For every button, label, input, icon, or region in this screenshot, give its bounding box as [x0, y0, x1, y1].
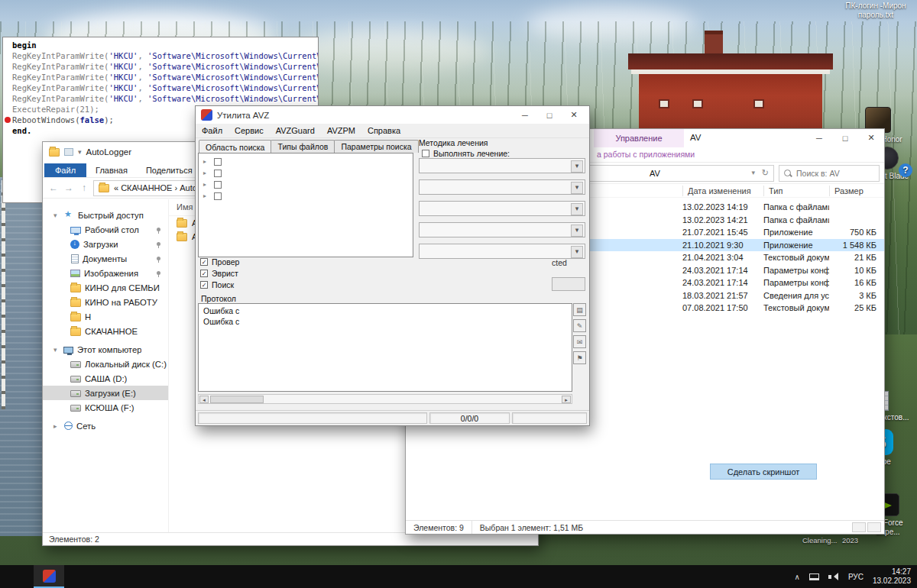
maximize-icon[interactable]: □	[832, 129, 858, 147]
checkbox-icon[interactable]	[214, 181, 222, 189]
back-icon[interactable]: ←	[47, 183, 60, 193]
minimize-icon[interactable]: ─	[806, 129, 832, 147]
scan-option-checkbox[interactable]: ✓Эврист	[200, 267, 353, 279]
desktop-icon-password-txt[interactable]: ПК-логин -Мирон пароль.txt	[836, 2, 915, 20]
avz-tab[interactable]: Типы файлов	[271, 140, 335, 153]
sidebar-item[interactable]: Н	[43, 309, 168, 324]
column-header-date[interactable]: Дата изменения	[682, 186, 763, 196]
tree-node[interactable]: ▸	[199, 179, 413, 190]
menu-item[interactable]: Сервис	[228, 126, 270, 135]
checkbox-icon[interactable]	[214, 192, 222, 200]
sidebar-item[interactable]: Изображения	[43, 266, 168, 280]
column-header-size[interactable]: Размер	[829, 186, 880, 196]
sidebar-item[interactable]: САША (D:)	[43, 371, 168, 386]
search-input[interactable]: Поиск в: AV	[779, 165, 880, 182]
tab-home[interactable]: Главная	[86, 163, 137, 177]
chevron-right-icon[interactable]: ▸	[203, 192, 209, 199]
maximize-icon[interactable]: □	[540, 106, 559, 124]
tab-share[interactable]: Поделиться	[137, 163, 202, 177]
language-indicator[interactable]: РУС	[848, 573, 864, 581]
take-screenshot-button[interactable]: Сделать скриншот	[710, 464, 817, 480]
checkbox-icon[interactable]	[214, 170, 222, 177]
sidebar-item[interactable]: КИНО на РАБОТУ	[43, 295, 168, 309]
search-area-tree[interactable]: ▸ ▸ ▸ ▸	[198, 153, 413, 257]
sidebar-item[interactable]: ▾Быстрый доступ	[43, 208, 168, 222]
quarantine-button[interactable]	[552, 277, 585, 291]
chevron-right-icon[interactable]: ▸	[203, 170, 209, 176]
avz-protocol-list[interactable]: Ошибка сОшибка с	[198, 303, 572, 392]
column-header-type[interactable]: Тип	[763, 186, 829, 196]
network-icon[interactable]	[809, 573, 819, 580]
minimize-icon[interactable]: ─	[515, 106, 535, 124]
scroll-right-icon[interactable]: ▸	[562, 396, 571, 403]
file-date: 07.08.2021 17:50	[682, 303, 763, 312]
scan-option-checkbox[interactable]: ✓Провер	[200, 256, 353, 267]
gutter	[3, 50, 12, 61]
sidebar-item[interactable]: ▾Этот компьютер	[43, 342, 168, 357]
sidebar-item[interactable]: ▸Сеть	[43, 418, 168, 433]
chevron-right-icon[interactable]: ▸	[203, 181, 209, 188]
sidebar-item[interactable]: КИНО для СЕМЬИ	[43, 280, 168, 295]
sidebar-item[interactable]: Загрузки	[43, 237, 168, 251]
tab-file[interactable]: Файл	[44, 163, 86, 177]
sidebar-item[interactable]: Загрузки (E:)	[43, 386, 168, 400]
desktop-help-badge[interactable]: ?	[897, 163, 914, 179]
treatment-dropdown[interactable]	[419, 201, 585, 216]
time: 14:27	[873, 567, 911, 577]
desktop-icon-label[interactable]: 2023	[842, 536, 858, 544]
refresh-icon[interactable]: ↻	[762, 168, 769, 178]
checkbox-icon[interactable]	[422, 150, 429, 157]
chevron-down-icon[interactable]: ▾	[78, 148, 82, 156]
breadcrumb-segment[interactable]: AV	[650, 169, 660, 178]
treatment-dropdown[interactable]	[419, 244, 585, 259]
chevron-down-icon[interactable]: ▾	[751, 169, 755, 176]
treatment-dropdown[interactable]	[419, 179, 585, 195]
sidebar-item[interactable]: Рабочий стол	[43, 222, 168, 237]
sidebar-item[interactable]: СКАЧАННОЕ	[43, 324, 168, 338]
flag-icon[interactable]: ⚑	[573, 351, 586, 364]
pin-icon	[157, 271, 160, 275]
edit-icon[interactable]: ✎	[573, 319, 586, 332]
close-icon[interactable]: ✕	[564, 106, 584, 124]
tree-node[interactable]: ▸	[199, 156, 413, 167]
sidebar-item[interactable]: Документы	[43, 251, 168, 266]
taskbar-avz-button[interactable]	[34, 565, 64, 588]
treatment-dropdown[interactable]	[419, 158, 585, 173]
chevron-right-icon[interactable]: ▸	[203, 158, 209, 165]
desktop-icon-label[interactable]: Cleaning...	[802, 536, 837, 544]
avz-tab[interactable]: Параметры поиска	[334, 140, 418, 153]
mail-icon[interactable]: ✉	[573, 335, 586, 348]
window-titlebar[interactable]: Утилита AVZ ─ □ ✕	[196, 106, 589, 124]
menu-item[interactable]: AVZPM	[321, 126, 361, 135]
scan-option-checkbox[interactable]: ✓Поиск	[200, 279, 353, 290]
tray-expand-icon[interactable]: ∧	[795, 573, 800, 581]
scroll-left-icon[interactable]: ◂	[199, 396, 209, 403]
forward-icon[interactable]: →	[63, 183, 75, 193]
scrollbar-thumb[interactable]	[210, 396, 264, 403]
date: 13.02.2023	[873, 577, 911, 586]
thumbnails-view-icon[interactable]	[867, 522, 881, 532]
chevron-icon[interactable]: ▸	[53, 422, 61, 430]
chevron-icon[interactable]: ▾	[53, 212, 61, 219]
avz-tab[interactable]: Область поиска	[199, 140, 271, 153]
menu-item[interactable]: AVZGuard	[270, 126, 321, 135]
checkbox-icon[interactable]	[214, 158, 222, 166]
perform-treatment-checkbox[interactable]: Выполнять лечение:	[422, 149, 510, 158]
save-log-icon[interactable]: ▤	[573, 303, 586, 316]
contextual-tab-manage[interactable]: Управление	[594, 129, 684, 147]
horizontal-scrollbar[interactable]: ◂ ▸	[198, 394, 572, 404]
sidebar-item[interactable]: Локальный диск (C:)	[43, 357, 168, 371]
tree-node[interactable]: ▸	[199, 167, 413, 179]
tree-node[interactable]: ▸	[199, 190, 413, 202]
chevron-icon[interactable]: ▾	[53, 346, 61, 354]
details-view-icon[interactable]	[852, 522, 866, 532]
volume-icon[interactable]	[828, 572, 839, 581]
menu-item[interactable]: Файл	[196, 126, 228, 135]
quick-access-toolbar-icon[interactable]	[64, 148, 73, 156]
treatment-dropdown[interactable]	[419, 222, 585, 237]
up-icon[interactable]: ↑	[78, 183, 90, 193]
close-icon[interactable]: ✕	[858, 129, 884, 147]
menu-item[interactable]: Справка	[361, 126, 407, 135]
clock[interactable]: 14:27 13.02.2023	[873, 567, 911, 586]
sidebar-item[interactable]: КСЮША (F:)	[43, 400, 168, 415]
